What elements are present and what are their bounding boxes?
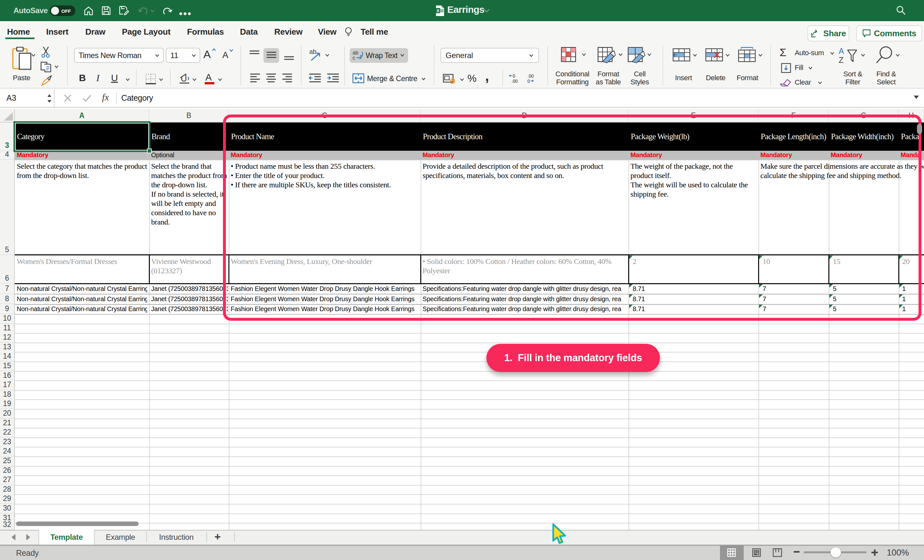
svg-text:.00: .00 — [528, 74, 534, 79]
svg-text:ab: ab — [352, 50, 358, 55]
svg-text:0: 0 — [528, 79, 530, 84]
svg-text:.00: .00 — [512, 79, 518, 84]
svg-text:c: c — [352, 55, 355, 61]
svg-text:0: 0 — [513, 74, 515, 79]
svg-text:Z: Z — [838, 55, 843, 64]
svg-text:ab: ab — [309, 48, 316, 55]
svg-text:A: A — [838, 47, 844, 55]
svg-text:X: X — [436, 8, 440, 13]
